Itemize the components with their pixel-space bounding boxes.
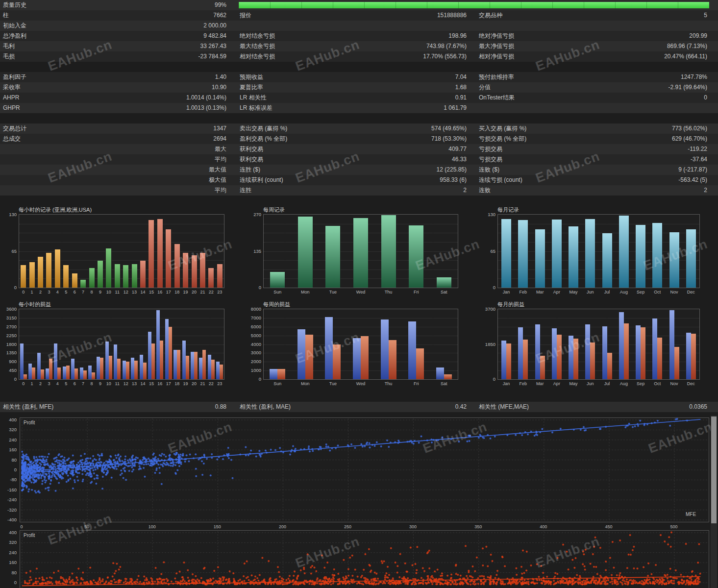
- x-axis-tick-label: Mon: [301, 290, 310, 294]
- stat-value: 9 482.84: [118, 31, 226, 41]
- scrollbar-thumb[interactable]: [711, 416, 717, 523]
- history-quality-bar: [239, 2, 709, 8]
- y-axis-tick-label: 2700: [0, 323, 17, 329]
- y-axis-tick-label: 65: [0, 248, 17, 253]
- bar: [89, 268, 95, 288]
- bar: [669, 310, 674, 379]
- bar: [444, 374, 452, 379]
- stat-label: 获利交易: [240, 144, 263, 154]
- x-axis-tick-label: 15: [149, 290, 154, 294]
- bar: [619, 216, 629, 288]
- x-axis-tick-label: 400: [540, 524, 547, 529]
- stat-label: 最大净值亏损: [479, 41, 514, 51]
- x-axis-tick-label: Thu: [385, 290, 393, 294]
- bar: [686, 229, 696, 288]
- x-axis-tick-label: Jun: [587, 290, 594, 294]
- bar: [191, 352, 194, 379]
- bar: [29, 262, 35, 288]
- bar: [92, 372, 95, 379]
- x-axis-tick-label: Sat: [441, 381, 447, 386]
- stat-label: 总净盈利: [3, 31, 26, 41]
- bar: [220, 365, 223, 379]
- x-axis-tick-label: Fri: [414, 290, 419, 294]
- stat-label: 盈利交易 (% 全部): [240, 134, 287, 144]
- strategy-tester-report: 质量历史99%柱7662报价151888886交易品种5初始入金2 000.00…: [0, 0, 718, 588]
- bar: [409, 225, 423, 288]
- stat-value: 151888886: [343, 10, 467, 21]
- stat-label: 买入交易 (赢得 %): [479, 123, 526, 134]
- stat-label: 获利交易: [240, 154, 263, 165]
- x-axis-tick-label: 23: [217, 381, 222, 386]
- chart-title: 每小时的记录 (亚洲,欧洲,USA): [19, 206, 92, 214]
- bar: [325, 317, 333, 379]
- x-axis-tick-label: 300: [409, 524, 417, 529]
- bar: [105, 342, 109, 379]
- chart-title: 每小时的损益: [19, 301, 51, 308]
- bar: [535, 324, 540, 379]
- stat-label: 采收率: [3, 82, 21, 93]
- gridline: [19, 251, 224, 252]
- stat-value: 极大值: [118, 175, 226, 185]
- bar: [126, 362, 129, 379]
- stat-value: 409.77: [343, 144, 467, 154]
- stat-label: 卖出交易 (赢得 %): [240, 123, 287, 134]
- y-axis-tick-label: 3000: [243, 350, 261, 355]
- bar: [54, 343, 57, 379]
- x-axis-tick-label: 3: [48, 381, 50, 386]
- bar: [641, 327, 645, 379]
- stats-row: 毛损-23 784.59相对结余亏损17.70% (556.73)相对净值亏损2…: [0, 51, 718, 62]
- bar: [55, 249, 60, 288]
- bar: [501, 341, 506, 379]
- gridline: [19, 318, 224, 318]
- x-axis-tick-label: Dec: [687, 381, 695, 386]
- x-axis-tick-label: 14: [141, 381, 146, 386]
- bar: [37, 353, 41, 379]
- bar: [416, 348, 424, 379]
- bar: [131, 358, 134, 379]
- x-axis-tick-label: 250: [344, 524, 351, 529]
- stat-label: 分值: [479, 82, 491, 93]
- stats-row: 柱7662报价151888886交易品种5: [0, 10, 718, 21]
- stat-label: AHPR: [3, 93, 19, 103]
- bar: [217, 264, 223, 288]
- y-axis-tick-label: 4000: [243, 341, 261, 346]
- x-axis-tick-label: 450: [605, 524, 612, 529]
- bar: [518, 220, 528, 288]
- x-axis-tick-label: 21: [200, 381, 205, 386]
- scatter-x-axis-name: MFE: [686, 512, 696, 517]
- bar: [63, 265, 69, 288]
- vertical-scrollbar[interactable]: [711, 416, 717, 588]
- stat-label: 连续亏损 (count): [479, 175, 522, 185]
- correlation-value: 0.0365: [578, 402, 707, 412]
- x-axis-tick-label: Thu: [385, 381, 393, 386]
- correlation-label: 相关性 (盈利, MFE): [3, 402, 53, 412]
- stat-value: 17.70% (556.73): [343, 51, 467, 62]
- stats-row: 最大值连胜 ($)12 (225.85)连败 ($)9 (-217.87): [0, 165, 718, 175]
- bar: [437, 277, 451, 288]
- stat-label: 质量历史: [3, 0, 26, 10]
- bar: [97, 357, 100, 379]
- x-axis-tick-label: 20: [192, 381, 197, 386]
- x-axis-tick-label: 9: [99, 381, 101, 386]
- y-axis-tick-label: -320: [0, 507, 17, 512]
- y-axis-tick-label: 0: [0, 580, 17, 585]
- gridline: [498, 224, 699, 224]
- stats-spacer-row: [0, 113, 718, 123]
- x-axis-tick-label: Tue: [329, 290, 337, 294]
- x-axis-tick-label: 16: [157, 290, 162, 294]
- x-axis-tick-label: Mon: [301, 381, 310, 386]
- x-axis-tick-label: 0: [22, 290, 25, 294]
- y-axis-tick-label: -160: [0, 487, 17, 492]
- stat-value: -563.42 (5): [578, 175, 707, 185]
- x-axis-tick-label: 5: [65, 290, 67, 294]
- scatter-points: [24, 532, 701, 586]
- x-axis-tick-label: 50: [84, 524, 89, 529]
- y-axis-tick-label: 7000: [243, 315, 261, 320]
- bar: [169, 327, 172, 379]
- stat-value: 最大: [118, 144, 226, 154]
- bar: [636, 225, 645, 288]
- stat-value: 1.40: [118, 72, 226, 82]
- bar: [183, 253, 188, 288]
- stat-value: 718 (53.30%): [343, 134, 467, 144]
- bar: [156, 310, 160, 379]
